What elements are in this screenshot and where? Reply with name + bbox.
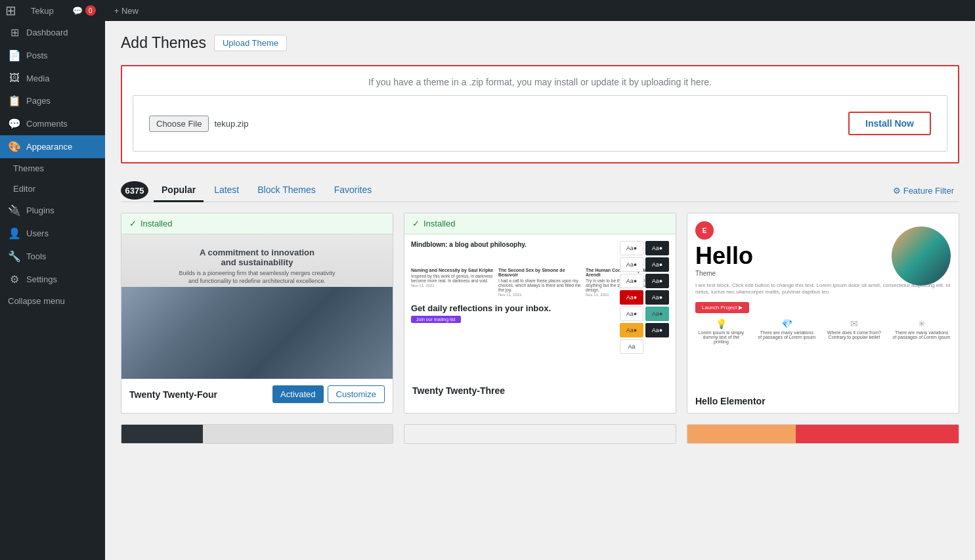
new-label: + New bbox=[114, 6, 139, 16]
thumb-hello-content: E Hello Theme I am test block. Click edi… bbox=[687, 213, 959, 389]
installed-bar-tt3: ✓ Installed bbox=[404, 213, 676, 234]
aa-box-4: Aa● bbox=[645, 257, 669, 272]
gear-icon: ⚙ bbox=[893, 186, 901, 196]
posts-icon: 📄 bbox=[8, 49, 21, 62]
aa-box-9: Aa● bbox=[620, 307, 643, 321]
filter-tab-latest[interactable]: Latest bbox=[206, 179, 247, 202]
wp-logo[interactable]: ⊞ bbox=[5, 3, 16, 18]
theme-footer-tt4: Twenty Twenty-Four Activated Customize bbox=[121, 379, 393, 410]
aa-box-12: Aa● bbox=[645, 323, 669, 337]
sidebar-item-tools[interactable]: 🔧 Tools bbox=[0, 245, 105, 268]
themes-grid: ✓ Installed A commitment to innovationan… bbox=[121, 213, 959, 414]
sidebar-item-label: Settings bbox=[26, 274, 57, 284]
theme-card-tt4[interactable]: ✓ Installed A commitment to innovationan… bbox=[121, 213, 393, 414]
sidebar-item-label: Comments bbox=[26, 119, 68, 129]
filter-tab-block-themes[interactable]: Block Themes bbox=[249, 179, 323, 202]
sidebar-item-label: Plugins bbox=[26, 205, 54, 215]
pages-icon: 📋 bbox=[8, 95, 21, 107]
theme-card-tt3[interactable]: ✓ Installed Mindblown: a blog about phil… bbox=[404, 213, 676, 414]
tt3-cta-btn: Join our mailing list bbox=[411, 316, 461, 323]
theme-count-badge: 6375 bbox=[121, 181, 148, 200]
thumb-tt4-title: A commitment to innovationand sustainabi… bbox=[179, 248, 335, 267]
feature-filter[interactable]: ⚙ Feature Filter bbox=[888, 181, 959, 201]
sidebar-item-pages[interactable]: 📋 Pages bbox=[0, 89, 105, 112]
file-input-area: Choose File tekup.zip bbox=[149, 116, 248, 132]
hello-icons-row: 💡 Lorem ipsum is simply dummy text of th… bbox=[695, 318, 951, 344]
thumb-tt3-content: Mindblown: a blog about philosophy. Aa● … bbox=[404, 234, 676, 379]
sidebar-item-editor[interactable]: Editor bbox=[0, 179, 105, 199]
themes-grid-row2 bbox=[121, 424, 959, 444]
theme-thumbnail-hello: E Hello Theme I am test block. Click edi… bbox=[687, 213, 959, 389]
thumb-tt4-image bbox=[121, 287, 393, 379]
comments-icon: 💬 bbox=[72, 6, 83, 16]
install-now-button[interactable]: Install Now bbox=[848, 112, 931, 135]
upload-theme-button[interactable]: Upload Theme bbox=[214, 35, 287, 51]
aa-box-3: Aa● bbox=[620, 257, 643, 272]
theme-footer-hello: Hello Elementor bbox=[687, 389, 959, 413]
lightbulb-icon: 💡 bbox=[695, 318, 747, 329]
sidebar-item-label: Pages bbox=[26, 96, 51, 106]
installed-bar-tt4: ✓ Installed bbox=[121, 213, 393, 234]
new-content-menu[interactable]: + New bbox=[110, 6, 142, 16]
elementor-badge: E bbox=[695, 221, 714, 240]
aa-box-8: Aa● bbox=[645, 290, 669, 305]
sidebar-item-comments[interactable]: 💬 Comments bbox=[0, 112, 105, 135]
customize-button[interactable]: Customize bbox=[328, 385, 385, 403]
sidebar-item-label: Tools bbox=[26, 251, 46, 261]
comments-badge: 0 bbox=[85, 5, 96, 16]
aa-box-11: Aa● bbox=[620, 323, 643, 337]
activated-button[interactable]: Activated bbox=[272, 385, 323, 403]
appearance-icon: 🎨 bbox=[8, 140, 21, 153]
sidebar-item-users[interactable]: 👤 Users bbox=[0, 222, 105, 245]
comments-icon: 💬 bbox=[8, 118, 21, 130]
check-icon: ✓ bbox=[129, 219, 137, 228]
thumb-tt4-text: A commitment to innovationand sustainabi… bbox=[179, 248, 335, 285]
sidebar-item-label: Appearance bbox=[26, 142, 72, 152]
filter-tab-popular[interactable]: Popular bbox=[154, 179, 204, 202]
sidebar-item-label: Dashboard bbox=[26, 28, 68, 37]
main-layout: ⊞ Dashboard 📄 Posts 🖼 Media 📋 Pages 💬 Co… bbox=[0, 21, 975, 560]
sidebar-item-label: Posts bbox=[26, 51, 48, 60]
hello-launch-button[interactable]: Launch Project ▶ bbox=[695, 302, 749, 313]
site-name-label: Tekup bbox=[31, 6, 54, 16]
send-icon: ✉ bbox=[827, 318, 882, 329]
hello-circle-image bbox=[892, 226, 951, 286]
comments-link[interactable]: 💬 0 bbox=[68, 0, 100, 21]
theme-name-tt3: Twenty Twenty-Three bbox=[412, 385, 505, 396]
sidebar-item-posts[interactable]: 📄 Posts bbox=[0, 44, 105, 67]
sidebar-item-dashboard[interactable]: ⊞ Dashboard bbox=[0, 21, 105, 44]
tt3-post-2: The Second Sex by Simone de Beauvoir I h… bbox=[498, 268, 582, 297]
icon-desc-3: Where does it come from? Contrary to pop… bbox=[827, 330, 881, 339]
filter-tab-favorites[interactable]: Favorites bbox=[326, 179, 380, 202]
selected-file-name: tekup.zip bbox=[214, 119, 248, 129]
icon-desc-4: There are many variations of passages of… bbox=[893, 330, 951, 339]
sidebar-item-label: Media bbox=[26, 74, 49, 83]
theme-footer-tt3: Twenty Twenty-Three bbox=[404, 379, 676, 402]
sidebar-item-plugins[interactable]: 🔌 Plugins bbox=[0, 199, 105, 222]
aa-box-5: Aa● bbox=[620, 274, 643, 288]
choose-file-button[interactable]: Choose File bbox=[149, 116, 209, 132]
settings-icon: ⚙ bbox=[8, 273, 21, 286]
sidebar-item-settings[interactable]: ⚙ Settings bbox=[0, 268, 105, 291]
collapse-menu[interactable]: Collapse menu bbox=[0, 291, 105, 311]
dashboard-icon: ⊞ bbox=[8, 26, 21, 39]
users-icon: 👤 bbox=[8, 227, 21, 240]
aa-box-6: Aa● bbox=[645, 274, 669, 288]
sidebar: ⊞ Dashboard 📄 Posts 🖼 Media 📋 Pages 💬 Co… bbox=[0, 21, 105, 560]
theme-actions-tt4: Activated Customize bbox=[272, 385, 385, 403]
sidebar-item-media[interactable]: 🖼 Media bbox=[0, 67, 105, 89]
site-name[interactable]: Tekup bbox=[27, 0, 58, 21]
hello-icon-4: ✳ There are many variations of passages … bbox=[892, 318, 951, 344]
sidebar-item-themes[interactable]: Themes bbox=[0, 158, 105, 179]
icon-desc-2: There are many variations of passages of… bbox=[758, 330, 815, 339]
hello-icon-3: ✉ Where does it come from? Contrary to p… bbox=[827, 318, 882, 344]
hello-icon-1: 💡 Lorem ipsum is simply dummy text of th… bbox=[695, 318, 747, 344]
diamond-icon: 💎 bbox=[758, 318, 816, 329]
sidebar-item-appearance[interactable]: 🎨 Appearance bbox=[0, 135, 105, 158]
aa-box-1: Aa● bbox=[620, 241, 643, 255]
sidebar-item-label: Users bbox=[26, 228, 49, 238]
theme-card-hello[interactable]: E Hello Theme I am test block. Click edi… bbox=[687, 213, 959, 414]
check-icon: ✓ bbox=[412, 219, 420, 228]
sidebar-item-label: Themes bbox=[13, 163, 44, 173]
aa-box-13: Aa bbox=[620, 339, 643, 354]
